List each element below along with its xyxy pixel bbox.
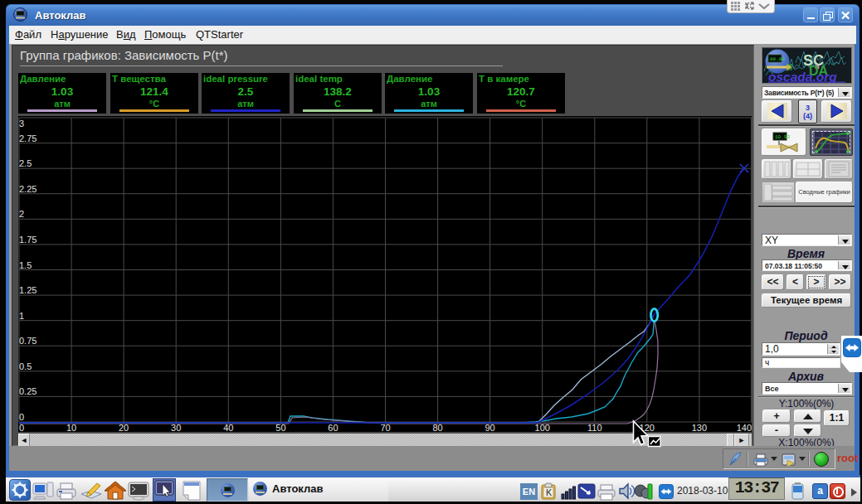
svg-text:1.75: 1.75 (19, 235, 37, 245)
svg-text:1: 1 (19, 311, 24, 321)
svg-text:2.5: 2.5 (19, 158, 32, 168)
svg-text:50: 50 (275, 423, 285, 432)
svg-text:30: 30 (171, 423, 181, 432)
svg-text:0.5: 0.5 (19, 361, 32, 371)
svg-text:2.25: 2.25 (19, 184, 37, 194)
svg-text:0.25: 0.25 (19, 386, 37, 396)
svg-text:20: 20 (119, 423, 129, 432)
svg-text:88.88: 88.88 (770, 56, 785, 62)
svg-text:140: 140 (737, 423, 752, 432)
svg-text:110: 110 (587, 423, 602, 432)
svg-text:10.93: 10.93 (775, 134, 790, 140)
svg-text:10: 10 (66, 423, 76, 432)
svg-text:1.5: 1.5 (19, 260, 32, 270)
svg-text:2.75: 2.75 (19, 133, 37, 143)
svg-text:3: 3 (19, 119, 24, 128)
svg-text:0.75: 0.75 (19, 336, 37, 346)
svg-text:100: 100 (535, 423, 550, 432)
svg-text:90: 90 (485, 423, 494, 432)
svg-text:oscada.org: oscada.org (768, 70, 837, 84)
svg-text:1.25: 1.25 (19, 285, 37, 295)
svg-text:0: 0 (19, 412, 24, 422)
svg-text:130: 130 (692, 423, 707, 432)
svg-text:80: 80 (432, 423, 442, 432)
svg-text:40: 40 (223, 423, 233, 432)
svg-text:2: 2 (19, 209, 24, 219)
svg-text:K: K (546, 488, 553, 497)
svg-text:60: 60 (328, 423, 338, 432)
svg-text:70: 70 (380, 423, 390, 432)
svg-text:0: 0 (19, 423, 24, 432)
